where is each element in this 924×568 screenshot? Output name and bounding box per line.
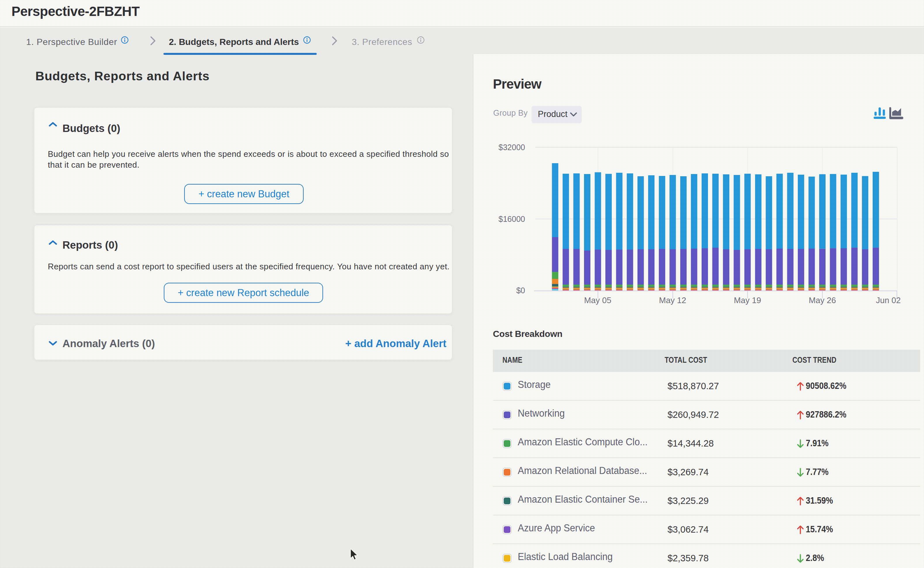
svg-text:$0: $0 (516, 286, 525, 295)
svg-text:Jun 02: Jun 02 (876, 296, 901, 305)
svg-text:$16000: $16000 (499, 215, 525, 224)
svg-text:May 12: May 12 (659, 296, 686, 305)
svg-text:May 19: May 19 (734, 296, 761, 305)
svg-text:$32000: $32000 (499, 143, 525, 152)
svg-text:May 05: May 05 (584, 296, 611, 305)
svg-text:May 26: May 26 (809, 296, 836, 305)
